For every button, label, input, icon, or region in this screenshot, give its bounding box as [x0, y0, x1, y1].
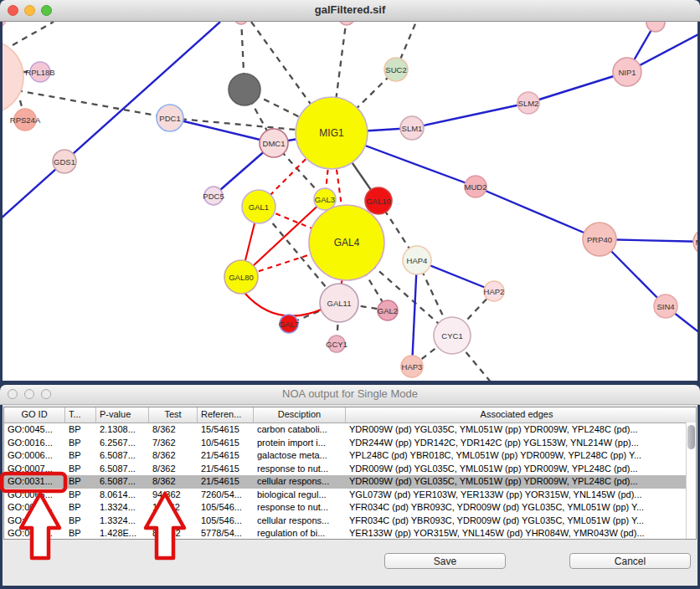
table-row[interactable]: GO:0031...BP6.5087...8/36221/54615cellul…: [4, 475, 696, 489]
table-row[interactable]: GO:0065...BP8.0614...94/3627260/54...bio…: [4, 489, 696, 502]
column-header-type[interactable]: T...: [65, 407, 96, 423]
network-node-label: GAL80: [229, 273, 254, 282]
cell-edges: YFR034C (pd) YBR093C, YDR009W (pd) YGL03…: [346, 501, 687, 515]
cell-description: biological regul...: [254, 489, 346, 502]
cell-type: BP: [65, 527, 96, 540]
cell-goid: GO:0016...: [4, 437, 65, 450]
column-header-reference[interactable]: Referen...: [198, 407, 254, 423]
network-canvas[interactable]: RPL18BRPS24AGDS1PDC1DMC1MIG1SUC2SLM1SLM2…: [3, 22, 697, 381]
results-table: GO IDT...P-valueTestReferen...Desciption…: [3, 407, 697, 540]
table-row[interactable]: GO:0016...BP6.2567...7/36210/54615protei…: [4, 437, 696, 450]
network-node-label: RPS24A: [10, 115, 41, 125]
network-node-corner-node[interactable]: [3, 22, 6, 27]
cell-pvalue: 1.428E...: [96, 527, 149, 540]
cell-edges: YFR034C (pd) YBR093C, YDR009W (pd) YGL03…: [346, 515, 687, 528]
table-row[interactable]: GO:0045...BP2.1308...8/36215/54615carbon…: [4, 423, 696, 437]
noa-window-titlebar[interactable]: NOA output for Single Mode: [0, 385, 700, 405]
column-header-description[interactable]: Desciption: [254, 407, 346, 423]
column-header-edges[interactable]: Associated edges: [346, 407, 687, 423]
network-edge-dash[interactable]: [17, 90, 170, 118]
cell-pvalue: 6.5087...: [96, 475, 149, 489]
cell-reference: 5778/54...: [198, 527, 254, 540]
column-header-test[interactable]: Test: [149, 407, 198, 423]
network-node-label: PDC1: [159, 114, 180, 123]
cell-type: BP: [65, 423, 96, 437]
network-node-label: GDS1: [54, 157, 75, 166]
network-node-label: HAP3: [402, 362, 423, 371]
cancel-button[interactable]: Cancel: [569, 553, 691, 569]
cell-goid: GO:0065...: [4, 489, 65, 502]
cell-type: BP: [65, 449, 96, 463]
network-node-label: MUD2: [465, 182, 487, 192]
cell-description: cellular respons...: [254, 515, 346, 528]
cell-pvalue: 8.0614...: [96, 489, 149, 502]
scrollbar-thumb[interactable]: [687, 425, 695, 449]
column-header-pvalue[interactable]: P-value: [96, 407, 149, 423]
cell-edges: YDR244W (pp) YDR142C, YDR142C (pp) YGL15…: [346, 437, 687, 450]
network-edge-blue[interactable]: [528, 72, 627, 103]
network-edge-blue[interactable]: [476, 187, 600, 239]
save-button[interactable]: Save: [384, 553, 506, 569]
cell-edges: YER133W (pp) YOR315W, YNL145W (pd) YHR08…: [346, 527, 687, 540]
cell-goid: GO:0031...: [4, 515, 65, 528]
network-node-label: GAL11: [327, 299, 352, 308]
cell-test: 8/362: [149, 449, 198, 463]
cell-pvalue: 6.5087...: [96, 463, 149, 476]
cell-description: carbon cataboli...: [254, 423, 346, 437]
cell-description: galactose meta...: [254, 449, 346, 463]
cell-reference: 21/54615: [198, 475, 254, 489]
cell-edges: YDR009W (pd) YGL035C, YML051W (pp) YDR00…: [346, 475, 687, 489]
vertical-scrollbar[interactable]: [686, 423, 696, 539]
table-row[interactable]: GO:0006...BP6.5087...8/36221/54615galact…: [4, 449, 696, 463]
table-row[interactable]: GO:0031...BP1.3324...11/362105/546...cel…: [4, 515, 696, 528]
network-node-label: HAP2: [484, 287, 505, 296]
cell-reference: 21/54615: [198, 449, 254, 463]
network-edge-red[interactable]: [244, 293, 323, 316]
table-row[interactable]: GO:0050...BP1.428E...80/3625778/54...reg…: [4, 527, 696, 540]
network-node-label: SUC2: [385, 65, 406, 74]
network-edge-blue[interactable]: [412, 103, 528, 128]
cell-pvalue: 6.5087...: [96, 449, 149, 463]
cell-pvalue: 1.3324...: [96, 515, 149, 528]
cell-test: 11/362: [149, 501, 198, 515]
cell-test: 7/362: [149, 437, 198, 450]
network-window-titlebar[interactable]: galFiltered.sif: [0, 0, 700, 22]
cell-test: 8/362: [149, 423, 198, 437]
cell-edges: YDR009W (pd) YGL035C, YML051W (pp) YDR00…: [346, 463, 687, 476]
network-node-label: MIG1: [319, 127, 344, 139]
cell-goid: GO:0007...: [4, 463, 65, 476]
cell-edges: YGL073W (pd) YER103W, YER133W (pp) YOR31…: [346, 489, 687, 502]
table-body: GO:0045...BP2.1308...8/36215/54615carbon…: [4, 423, 696, 540]
network-node-label: GAL1: [249, 202, 269, 212]
network-node-label: CYC1: [441, 331, 462, 341]
network-node-label: MSL1: [696, 238, 697, 247]
table-row[interactable]: GO:0007...BP6.5087...8/36221/54615respon…: [4, 463, 696, 476]
network-node-label: GAL10: [366, 197, 391, 206]
cell-description: cellular respons...: [254, 475, 346, 489]
cell-pvalue: 6.2567...: [96, 437, 149, 450]
network-node-gray-node[interactable]: [229, 74, 260, 105]
network-edge-blue[interactable]: [170, 118, 274, 143]
cell-reference: 10/54615: [198, 437, 254, 450]
network-node-label: GAL2: [378, 306, 398, 315]
cell-goid: GO:0045...: [4, 423, 65, 437]
cell-goid: GO:0050...: [4, 527, 65, 540]
network-node-label: DMC1: [263, 139, 286, 148]
cell-pvalue: 1.3324...: [96, 501, 149, 515]
network-node-label: PDC5: [203, 192, 224, 201]
cell-test: 8/362: [149, 463, 198, 476]
network-node-top-right-node[interactable]: [646, 22, 665, 32]
cell-type: BP: [65, 475, 96, 489]
cell-type: BP: [65, 437, 96, 450]
screen: galFiltered.sif RPL18BRPS24AGDS1PDC1DMC1…: [0, 0, 700, 589]
network-edge-dash[interactable]: [13, 22, 54, 45]
table-header-row: GO IDT...P-valueTestReferen...Desciption…: [4, 407, 696, 423]
table-row[interactable]: GO:0031...BP1.3324...11/362105/546...res…: [4, 501, 696, 515]
cell-type: BP: [65, 463, 96, 476]
column-header-goid[interactable]: GO ID: [4, 407, 65, 423]
cell-description: response to nut...: [254, 463, 346, 476]
network-node-label: NIP1: [618, 68, 636, 77]
network-node-top-mid-node2[interactable]: [234, 22, 248, 24]
network-node-top-mid-node[interactable]: [339, 22, 354, 25]
network-edge-blue[interactable]: [412, 260, 417, 366]
